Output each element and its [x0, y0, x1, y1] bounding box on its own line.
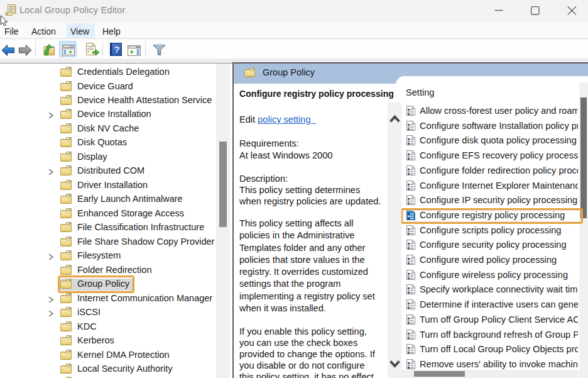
svg-text:?: ?: [114, 44, 119, 55]
